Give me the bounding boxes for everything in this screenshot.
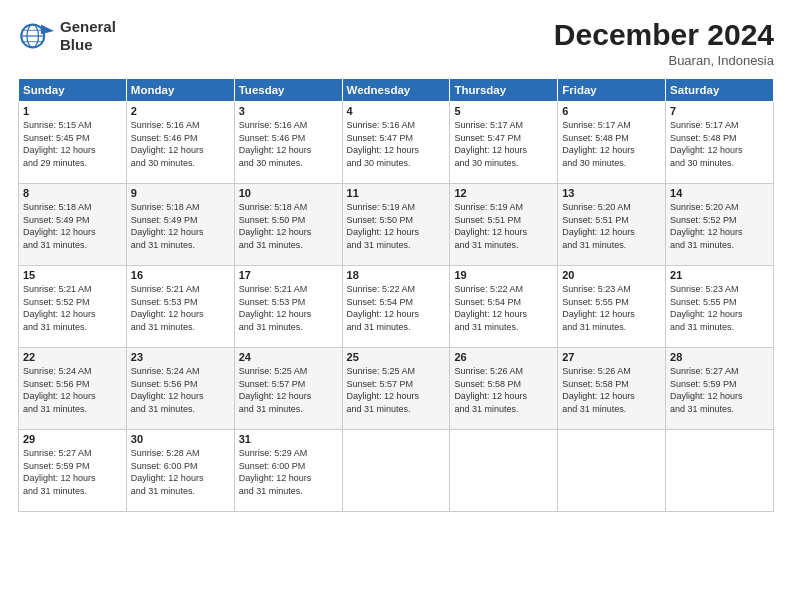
calendar-cell: 19Sunrise: 5:22 AM Sunset: 5:54 PM Dayli… [450, 266, 558, 348]
calendar-week-3: 15Sunrise: 5:21 AM Sunset: 5:52 PM Dayli… [19, 266, 774, 348]
day-info: Sunrise: 5:22 AM Sunset: 5:54 PM Dayligh… [454, 283, 553, 333]
calendar-week-1: 1Sunrise: 5:15 AM Sunset: 5:45 PM Daylig… [19, 102, 774, 184]
day-number: 10 [239, 187, 338, 199]
calendar-cell: 27Sunrise: 5:26 AM Sunset: 5:58 PM Dayli… [558, 348, 666, 430]
day-number: 20 [562, 269, 661, 281]
weekday-header-monday: Monday [126, 79, 234, 102]
day-number: 13 [562, 187, 661, 199]
calendar-cell: 10Sunrise: 5:18 AM Sunset: 5:50 PM Dayli… [234, 184, 342, 266]
day-info: Sunrise: 5:27 AM Sunset: 5:59 PM Dayligh… [670, 365, 769, 415]
day-number: 27 [562, 351, 661, 363]
day-info: Sunrise: 5:19 AM Sunset: 5:51 PM Dayligh… [454, 201, 553, 251]
logo: General Blue [18, 18, 116, 54]
day-number: 22 [23, 351, 122, 363]
day-info: Sunrise: 5:16 AM Sunset: 5:47 PM Dayligh… [347, 119, 446, 169]
calendar-body: 1Sunrise: 5:15 AM Sunset: 5:45 PM Daylig… [19, 102, 774, 512]
calendar-cell [666, 430, 774, 512]
day-number: 31 [239, 433, 338, 445]
calendar-cell: 9Sunrise: 5:18 AM Sunset: 5:49 PM Daylig… [126, 184, 234, 266]
day-number: 26 [454, 351, 553, 363]
day-info: Sunrise: 5:29 AM Sunset: 6:00 PM Dayligh… [239, 447, 338, 497]
day-number: 28 [670, 351, 769, 363]
day-number: 18 [347, 269, 446, 281]
calendar-cell: 28Sunrise: 5:27 AM Sunset: 5:59 PM Dayli… [666, 348, 774, 430]
calendar-cell: 30Sunrise: 5:28 AM Sunset: 6:00 PM Dayli… [126, 430, 234, 512]
day-number: 30 [131, 433, 230, 445]
day-number: 25 [347, 351, 446, 363]
weekday-header-tuesday: Tuesday [234, 79, 342, 102]
day-number: 1 [23, 105, 122, 117]
day-number: 21 [670, 269, 769, 281]
day-info: Sunrise: 5:24 AM Sunset: 5:56 PM Dayligh… [131, 365, 230, 415]
day-number: 4 [347, 105, 446, 117]
calendar-cell: 4Sunrise: 5:16 AM Sunset: 5:47 PM Daylig… [342, 102, 450, 184]
title-block: December 2024 Buaran, Indonesia [554, 18, 774, 68]
calendar-cell: 26Sunrise: 5:26 AM Sunset: 5:58 PM Dayli… [450, 348, 558, 430]
day-number: 14 [670, 187, 769, 199]
calendar-table: SundayMondayTuesdayWednesdayThursdayFrid… [18, 78, 774, 512]
calendar-cell: 6Sunrise: 5:17 AM Sunset: 5:48 PM Daylig… [558, 102, 666, 184]
day-number: 19 [454, 269, 553, 281]
day-info: Sunrise: 5:21 AM Sunset: 5:53 PM Dayligh… [239, 283, 338, 333]
calendar-cell: 18Sunrise: 5:22 AM Sunset: 5:54 PM Dayli… [342, 266, 450, 348]
day-number: 24 [239, 351, 338, 363]
calendar-week-5: 29Sunrise: 5:27 AM Sunset: 5:59 PM Dayli… [19, 430, 774, 512]
day-info: Sunrise: 5:21 AM Sunset: 5:52 PM Dayligh… [23, 283, 122, 333]
day-info: Sunrise: 5:27 AM Sunset: 5:59 PM Dayligh… [23, 447, 122, 497]
weekday-header-thursday: Thursday [450, 79, 558, 102]
day-info: Sunrise: 5:28 AM Sunset: 6:00 PM Dayligh… [131, 447, 230, 497]
day-number: 29 [23, 433, 122, 445]
calendar-cell: 15Sunrise: 5:21 AM Sunset: 5:52 PM Dayli… [19, 266, 127, 348]
calendar-cell: 31Sunrise: 5:29 AM Sunset: 6:00 PM Dayli… [234, 430, 342, 512]
day-info: Sunrise: 5:26 AM Sunset: 5:58 PM Dayligh… [562, 365, 661, 415]
logo-line2: Blue [60, 36, 116, 54]
day-number: 2 [131, 105, 230, 117]
calendar-cell: 20Sunrise: 5:23 AM Sunset: 5:55 PM Dayli… [558, 266, 666, 348]
location-subtitle: Buaran, Indonesia [554, 53, 774, 68]
day-info: Sunrise: 5:16 AM Sunset: 5:46 PM Dayligh… [239, 119, 338, 169]
calendar-cell [342, 430, 450, 512]
calendar-week-4: 22Sunrise: 5:24 AM Sunset: 5:56 PM Dayli… [19, 348, 774, 430]
calendar-cell: 16Sunrise: 5:21 AM Sunset: 5:53 PM Dayli… [126, 266, 234, 348]
calendar-cell: 8Sunrise: 5:18 AM Sunset: 5:49 PM Daylig… [19, 184, 127, 266]
calendar-cell: 3Sunrise: 5:16 AM Sunset: 5:46 PM Daylig… [234, 102, 342, 184]
calendar-cell [450, 430, 558, 512]
day-info: Sunrise: 5:18 AM Sunset: 5:50 PM Dayligh… [239, 201, 338, 251]
logo-text: General Blue [60, 18, 116, 54]
calendar-cell [558, 430, 666, 512]
calendar-cell: 14Sunrise: 5:20 AM Sunset: 5:52 PM Dayli… [666, 184, 774, 266]
day-info: Sunrise: 5:23 AM Sunset: 5:55 PM Dayligh… [562, 283, 661, 333]
logo-line1: General [60, 18, 116, 36]
generalblue-logo-icon [18, 18, 54, 54]
page: General Blue December 2024 Buaran, Indon… [0, 0, 792, 612]
day-number: 15 [23, 269, 122, 281]
calendar-week-2: 8Sunrise: 5:18 AM Sunset: 5:49 PM Daylig… [19, 184, 774, 266]
day-number: 3 [239, 105, 338, 117]
calendar-cell: 22Sunrise: 5:24 AM Sunset: 5:56 PM Dayli… [19, 348, 127, 430]
day-info: Sunrise: 5:20 AM Sunset: 5:52 PM Dayligh… [670, 201, 769, 251]
calendar-cell: 25Sunrise: 5:25 AM Sunset: 5:57 PM Dayli… [342, 348, 450, 430]
calendar-cell: 2Sunrise: 5:16 AM Sunset: 5:46 PM Daylig… [126, 102, 234, 184]
day-number: 7 [670, 105, 769, 117]
day-number: 6 [562, 105, 661, 117]
header: General Blue December 2024 Buaran, Indon… [18, 18, 774, 68]
day-number: 5 [454, 105, 553, 117]
calendar-cell: 12Sunrise: 5:19 AM Sunset: 5:51 PM Dayli… [450, 184, 558, 266]
calendar-cell: 17Sunrise: 5:21 AM Sunset: 5:53 PM Dayli… [234, 266, 342, 348]
weekday-header-friday: Friday [558, 79, 666, 102]
day-info: Sunrise: 5:26 AM Sunset: 5:58 PM Dayligh… [454, 365, 553, 415]
day-number: 23 [131, 351, 230, 363]
weekday-header-row: SundayMondayTuesdayWednesdayThursdayFrid… [19, 79, 774, 102]
calendar-cell: 5Sunrise: 5:17 AM Sunset: 5:47 PM Daylig… [450, 102, 558, 184]
day-number: 9 [131, 187, 230, 199]
day-info: Sunrise: 5:18 AM Sunset: 5:49 PM Dayligh… [23, 201, 122, 251]
day-info: Sunrise: 5:23 AM Sunset: 5:55 PM Dayligh… [670, 283, 769, 333]
day-info: Sunrise: 5:18 AM Sunset: 5:49 PM Dayligh… [131, 201, 230, 251]
day-info: Sunrise: 5:17 AM Sunset: 5:48 PM Dayligh… [562, 119, 661, 169]
day-info: Sunrise: 5:16 AM Sunset: 5:46 PM Dayligh… [131, 119, 230, 169]
day-number: 12 [454, 187, 553, 199]
calendar-cell: 1Sunrise: 5:15 AM Sunset: 5:45 PM Daylig… [19, 102, 127, 184]
day-info: Sunrise: 5:25 AM Sunset: 5:57 PM Dayligh… [347, 365, 446, 415]
day-number: 8 [23, 187, 122, 199]
day-info: Sunrise: 5:15 AM Sunset: 5:45 PM Dayligh… [23, 119, 122, 169]
